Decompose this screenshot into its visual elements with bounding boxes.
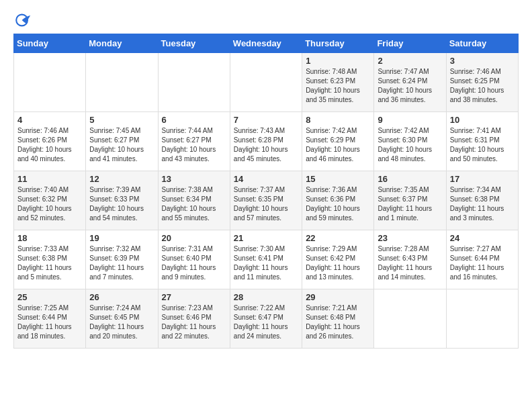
logo <box>13 11 35 30</box>
day-info: Sunrise: 7:27 AM Sunset: 6:44 PM Dayligh… <box>450 244 515 282</box>
day-number: 22 <box>306 233 370 243</box>
calendar-cell: 25Sunrise: 7:25 AM Sunset: 6:44 PM Dayli… <box>14 289 86 349</box>
day-number: 5 <box>89 115 154 125</box>
day-number: 11 <box>17 174 82 184</box>
calendar-cell: 9Sunrise: 7:42 AM Sunset: 6:30 PM Daylig… <box>374 112 446 171</box>
day-info: Sunrise: 7:31 AM Sunset: 6:40 PM Dayligh… <box>162 244 226 282</box>
day-number: 6 <box>162 115 226 125</box>
day-info: Sunrise: 7:40 AM Sunset: 6:32 PM Dayligh… <box>17 185 82 223</box>
day-number: 7 <box>234 115 298 125</box>
day-info: Sunrise: 7:45 AM Sunset: 6:27 PM Dayligh… <box>89 126 154 164</box>
weekday-header-friday: Friday <box>374 34 446 53</box>
weekday-header-thursday: Thursday <box>302 34 374 53</box>
calendar-cell: 21Sunrise: 7:30 AM Sunset: 6:41 PM Dayli… <box>230 230 302 289</box>
day-info: Sunrise: 7:36 AM Sunset: 6:36 PM Dayligh… <box>306 185 370 223</box>
weekday-header-row: SundayMondayTuesdayWednesdayThursdayFrid… <box>14 34 519 53</box>
day-info: Sunrise: 7:29 AM Sunset: 6:42 PM Dayligh… <box>306 244 370 282</box>
day-number: 2 <box>378 56 442 66</box>
week-row-3: 18Sunrise: 7:33 AM Sunset: 6:38 PM Dayli… <box>14 230 519 289</box>
day-number: 13 <box>162 174 226 184</box>
day-info: Sunrise: 7:46 AM Sunset: 6:25 PM Dayligh… <box>450 67 515 105</box>
week-row-0: 1Sunrise: 7:48 AM Sunset: 6:23 PM Daylig… <box>14 53 519 112</box>
day-info: Sunrise: 7:42 AM Sunset: 6:30 PM Dayligh… <box>378 126 442 164</box>
logo-icon <box>13 11 32 30</box>
calendar-cell: 15Sunrise: 7:36 AM Sunset: 6:36 PM Dayli… <box>302 171 374 230</box>
day-info: Sunrise: 7:44 AM Sunset: 6:27 PM Dayligh… <box>162 126 226 164</box>
day-number: 28 <box>234 292 298 302</box>
week-row-4: 25Sunrise: 7:25 AM Sunset: 6:44 PM Dayli… <box>14 289 519 349</box>
day-number: 26 <box>89 292 154 302</box>
calendar-cell: 26Sunrise: 7:24 AM Sunset: 6:45 PM Dayli… <box>86 289 158 349</box>
calendar-cell <box>374 289 446 349</box>
day-info: Sunrise: 7:37 AM Sunset: 6:35 PM Dayligh… <box>234 185 298 223</box>
weekday-header-sunday: Sunday <box>14 34 86 53</box>
week-row-2: 11Sunrise: 7:40 AM Sunset: 6:32 PM Dayli… <box>14 171 519 230</box>
calendar-table: SundayMondayTuesdayWednesdayThursdayFrid… <box>13 34 519 349</box>
calendar-cell: 24Sunrise: 7:27 AM Sunset: 6:44 PM Dayli… <box>446 230 518 289</box>
day-number: 27 <box>162 292 226 302</box>
week-row-1: 4Sunrise: 7:46 AM Sunset: 6:26 PM Daylig… <box>14 112 519 171</box>
calendar-cell <box>230 53 302 112</box>
day-info: Sunrise: 7:24 AM Sunset: 6:45 PM Dayligh… <box>89 304 154 341</box>
calendar-cell: 20Sunrise: 7:31 AM Sunset: 6:40 PM Dayli… <box>158 230 230 289</box>
calendar-cell <box>158 53 230 112</box>
day-number: 14 <box>234 174 298 184</box>
day-info: Sunrise: 7:41 AM Sunset: 6:31 PM Dayligh… <box>450 126 515 164</box>
calendar-cell: 14Sunrise: 7:37 AM Sunset: 6:35 PM Dayli… <box>230 171 302 230</box>
day-info: Sunrise: 7:33 AM Sunset: 6:38 PM Dayligh… <box>17 244 82 282</box>
day-info: Sunrise: 7:39 AM Sunset: 6:33 PM Dayligh… <box>89 185 154 223</box>
calendar-cell: 23Sunrise: 7:28 AM Sunset: 6:43 PM Dayli… <box>374 230 446 289</box>
day-info: Sunrise: 7:21 AM Sunset: 6:48 PM Dayligh… <box>306 304 370 341</box>
day-info: Sunrise: 7:35 AM Sunset: 6:37 PM Dayligh… <box>378 185 442 223</box>
calendar-cell: 16Sunrise: 7:35 AM Sunset: 6:37 PM Dayli… <box>374 171 446 230</box>
calendar-cell: 18Sunrise: 7:33 AM Sunset: 6:38 PM Dayli… <box>14 230 86 289</box>
calendar-cell: 2Sunrise: 7:47 AM Sunset: 6:24 PM Daylig… <box>374 53 446 112</box>
calendar-cell: 13Sunrise: 7:38 AM Sunset: 6:34 PM Dayli… <box>158 171 230 230</box>
day-info: Sunrise: 7:34 AM Sunset: 6:38 PM Dayligh… <box>450 185 515 223</box>
day-info: Sunrise: 7:47 AM Sunset: 6:24 PM Dayligh… <box>378 67 442 105</box>
day-number: 8 <box>306 115 370 125</box>
day-info: Sunrise: 7:25 AM Sunset: 6:44 PM Dayligh… <box>17 304 82 341</box>
calendar-cell: 5Sunrise: 7:45 AM Sunset: 6:27 PM Daylig… <box>86 112 158 171</box>
day-number: 12 <box>89 174 154 184</box>
weekday-header-saturday: Saturday <box>446 34 518 53</box>
calendar-cell: 4Sunrise: 7:46 AM Sunset: 6:26 PM Daylig… <box>14 112 86 171</box>
day-info: Sunrise: 7:23 AM Sunset: 6:46 PM Dayligh… <box>162 304 226 341</box>
day-info: Sunrise: 7:30 AM Sunset: 6:41 PM Dayligh… <box>234 244 298 282</box>
day-number: 25 <box>17 292 82 302</box>
weekday-header-monday: Monday <box>86 34 158 53</box>
calendar-cell: 12Sunrise: 7:39 AM Sunset: 6:33 PM Dayli… <box>86 171 158 230</box>
calendar-cell: 8Sunrise: 7:42 AM Sunset: 6:29 PM Daylig… <box>302 112 374 171</box>
day-info: Sunrise: 7:46 AM Sunset: 6:26 PM Dayligh… <box>17 126 82 164</box>
calendar-cell <box>446 289 518 349</box>
day-info: Sunrise: 7:43 AM Sunset: 6:28 PM Dayligh… <box>234 126 298 164</box>
calendar-cell: 22Sunrise: 7:29 AM Sunset: 6:42 PM Dayli… <box>302 230 374 289</box>
calendar-cell: 3Sunrise: 7:46 AM Sunset: 6:25 PM Daylig… <box>446 53 518 112</box>
day-number: 10 <box>450 115 515 125</box>
day-number: 18 <box>17 233 82 243</box>
calendar-cell: 10Sunrise: 7:41 AM Sunset: 6:31 PM Dayli… <box>446 112 518 171</box>
day-number: 17 <box>450 174 515 184</box>
day-info: Sunrise: 7:38 AM Sunset: 6:34 PM Dayligh… <box>162 185 226 223</box>
calendar-cell: 27Sunrise: 7:23 AM Sunset: 6:46 PM Dayli… <box>158 289 230 349</box>
day-info: Sunrise: 7:42 AM Sunset: 6:29 PM Dayligh… <box>306 126 370 164</box>
header <box>13 11 519 30</box>
day-info: Sunrise: 7:48 AM Sunset: 6:23 PM Dayligh… <box>306 67 370 105</box>
day-number: 20 <box>162 233 226 243</box>
weekday-header-tuesday: Tuesday <box>158 34 230 53</box>
day-number: 29 <box>306 292 370 302</box>
day-number: 9 <box>378 115 442 125</box>
calendar-cell: 29Sunrise: 7:21 AM Sunset: 6:48 PM Dayli… <box>302 289 374 349</box>
day-number: 15 <box>306 174 370 184</box>
day-number: 24 <box>450 233 515 243</box>
day-number: 4 <box>17 115 82 125</box>
calendar-cell <box>14 53 86 112</box>
calendar-cell: 1Sunrise: 7:48 AM Sunset: 6:23 PM Daylig… <box>302 53 374 112</box>
weekday-header-wednesday: Wednesday <box>230 34 302 53</box>
calendar-cell: 28Sunrise: 7:22 AM Sunset: 6:47 PM Dayli… <box>230 289 302 349</box>
day-info: Sunrise: 7:22 AM Sunset: 6:47 PM Dayligh… <box>234 304 298 341</box>
day-number: 16 <box>378 174 442 184</box>
day-number: 3 <box>450 56 515 66</box>
calendar-cell: 7Sunrise: 7:43 AM Sunset: 6:28 PM Daylig… <box>230 112 302 171</box>
day-number: 1 <box>306 56 370 66</box>
